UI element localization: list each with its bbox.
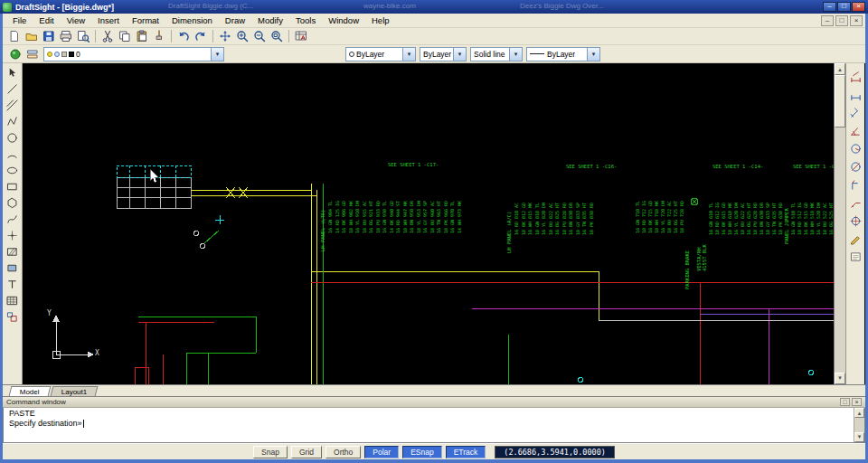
command-window-titlebar[interactable]: Command window xyxy=(3,397,865,408)
command-input-area[interactable]: PASTESpecify destination» xyxy=(3,408,865,443)
maximize-button[interactable]: □ xyxy=(837,2,851,12)
menu-help[interactable]: Help xyxy=(365,14,396,27)
print-icon[interactable] xyxy=(58,29,74,44)
region-icon[interactable] xyxy=(5,260,21,276)
chevron-down-icon[interactable] xyxy=(453,48,466,61)
tab-layout1[interactable]: Layout1 xyxy=(50,386,98,396)
minimize-button[interactable]: – xyxy=(823,2,836,12)
spline-icon[interactable] xyxy=(5,212,21,227)
drawing-canvas[interactable]: Y X SEE SHEET 1 -C17-SEE SHEET 1 -C16-SE… xyxy=(23,63,834,384)
ellipse-icon[interactable] xyxy=(5,163,21,178)
zoom-in-icon[interactable] xyxy=(234,29,250,44)
close-icon[interactable] xyxy=(852,398,862,406)
polygon-icon[interactable] xyxy=(5,195,21,211)
mdi-restore-button[interactable]: □ xyxy=(835,15,848,26)
layer-state-icons xyxy=(47,52,76,57)
format-painter-icon[interactable] xyxy=(151,29,167,44)
chevron-down-icon[interactable] xyxy=(402,48,415,61)
construction-line-icon[interactable] xyxy=(5,98,21,113)
paste-icon[interactable] xyxy=(134,29,150,44)
line-color-combo[interactable]: ByLayer xyxy=(345,47,416,61)
menu-file[interactable]: File xyxy=(6,14,33,27)
save-icon[interactable] xyxy=(41,29,57,44)
wire-label: 16 GN 710 TL xyxy=(636,174,641,233)
zoom-window-icon[interactable] xyxy=(269,29,285,44)
ordinate-dimension-icon[interactable] xyxy=(847,177,863,193)
menu-window[interactable]: Window xyxy=(322,14,365,27)
polyline-icon[interactable] xyxy=(5,114,21,129)
scroll-up-icon[interactable] xyxy=(854,408,864,418)
line-icon[interactable] xyxy=(5,81,21,97)
chevron-down-icon[interactable] xyxy=(211,48,223,61)
arc-icon[interactable] xyxy=(5,146,21,162)
lineweight-combo[interactable]: Solid line xyxy=(470,47,523,61)
print-preview-icon[interactable] xyxy=(75,29,91,44)
zoom-out-icon[interactable] xyxy=(251,29,268,44)
layers-manager-icon[interactable] xyxy=(7,46,24,61)
menu-format[interactable]: Format xyxy=(126,14,165,27)
tab-model[interactable]: Model xyxy=(9,386,52,396)
annotate-icon[interactable] xyxy=(293,29,309,44)
layer-preview-icon[interactable] xyxy=(24,46,41,61)
note-icon[interactable] xyxy=(847,250,863,265)
layer-combo[interactable]: 0 xyxy=(43,47,224,61)
status-toggle-etrack[interactable]: ETrack xyxy=(446,446,486,458)
redo-icon[interactable] xyxy=(193,29,209,44)
scroll-down-icon[interactable] xyxy=(854,432,864,442)
rectangle-icon[interactable] xyxy=(5,179,21,194)
command-line[interactable]: Specify destination» xyxy=(9,419,861,429)
center-mark-icon[interactable] xyxy=(847,213,863,229)
text-icon[interactable] xyxy=(5,277,21,292)
status-toggle-esnap[interactable]: ESnap xyxy=(402,446,442,458)
hatch-icon[interactable] xyxy=(5,244,21,260)
cut-icon[interactable] xyxy=(99,29,116,44)
copy-icon[interactable] xyxy=(117,29,133,44)
status-toggle-ortho[interactable]: Ortho xyxy=(326,446,361,458)
mdi-minimize-button[interactable]: – xyxy=(821,15,834,26)
angular-dimension-icon[interactable] xyxy=(847,123,863,138)
menu-edit[interactable]: Edit xyxy=(33,14,60,27)
smart-dimension-icon[interactable] xyxy=(847,69,863,84)
wire-label: 16 GN 510 TL xyxy=(791,172,797,235)
status-toggle-polar[interactable]: Polar xyxy=(364,446,399,458)
new-file-icon[interactable] xyxy=(6,29,23,44)
scrollbar-track[interactable] xyxy=(835,128,845,373)
diameter-dimension-icon[interactable] xyxy=(847,159,863,175)
insert-block-icon[interactable] xyxy=(5,309,21,325)
command-window: Command window PASTESpecify destination» xyxy=(3,396,865,443)
menu-tools[interactable]: Tools xyxy=(289,14,322,27)
menu-insert[interactable]: Insert xyxy=(91,14,126,27)
linestyle-combo[interactable]: ByLayer xyxy=(420,47,467,61)
menu-draw[interactable]: Draw xyxy=(219,14,251,27)
circle-icon[interactable] xyxy=(5,130,21,146)
linear-dimension-icon[interactable] xyxy=(847,87,863,102)
mdi-close-button[interactable]: × xyxy=(850,15,863,26)
close-button[interactable]: × xyxy=(852,2,865,12)
undo-icon[interactable] xyxy=(175,29,192,44)
menu-modify[interactable]: Modify xyxy=(251,14,289,27)
radius-dimension-icon[interactable] xyxy=(847,141,863,156)
canvas-vertical-scrollbar[interactable] xyxy=(834,63,845,384)
pan-icon[interactable] xyxy=(217,29,233,44)
aligned-dimension-icon[interactable] xyxy=(847,105,863,120)
linepattern-combo[interactable]: ByLayer xyxy=(526,47,600,61)
wire-label: 16 OG 921 HT xyxy=(369,170,374,233)
chevron-down-icon[interactable] xyxy=(509,48,522,61)
menu-view[interactable]: View xyxy=(61,14,91,27)
open-folder-icon[interactable] xyxy=(24,29,40,44)
status-toggle-grid[interactable]: Grid xyxy=(291,446,322,458)
wire-label: 18 BK 812 GD xyxy=(522,172,527,235)
scroll-up-icon[interactable] xyxy=(835,63,845,75)
chevron-down-icon[interactable] xyxy=(587,48,599,61)
scroll-down-icon[interactable] xyxy=(835,373,845,384)
leader-icon[interactable] xyxy=(847,195,863,211)
edit-annotation-icon[interactable] xyxy=(847,232,863,247)
scrollbar-thumb[interactable] xyxy=(835,75,845,128)
command-scrollbar[interactable] xyxy=(854,408,864,442)
table-icon[interactable] xyxy=(5,293,21,308)
select-arrow-icon[interactable] xyxy=(5,65,21,80)
float-window-icon[interactable] xyxy=(840,398,850,406)
menu-dimension[interactable]: Dimension xyxy=(165,14,219,27)
status-toggle-snap[interactable]: Snap xyxy=(253,446,288,458)
point-icon[interactable] xyxy=(5,228,21,243)
